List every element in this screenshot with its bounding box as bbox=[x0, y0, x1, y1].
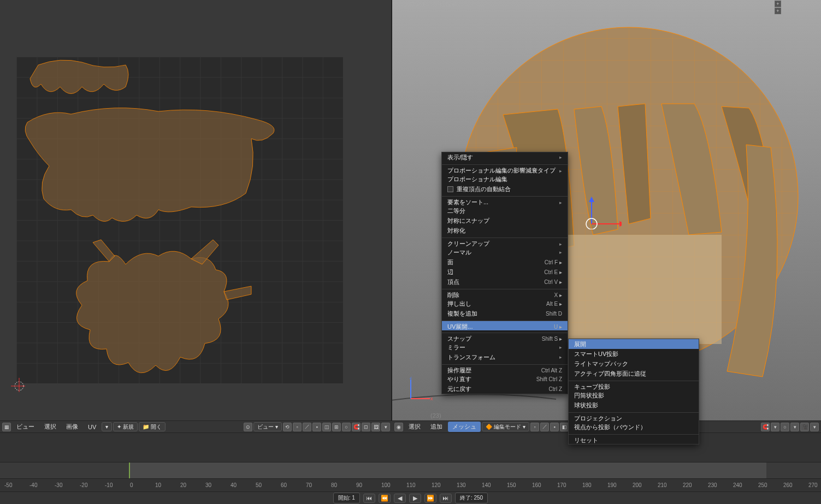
keyframe-prev-icon[interactable]: ⏪ bbox=[379, 494, 391, 503]
menu-item[interactable]: 要素をソート...▸ bbox=[442, 196, 568, 206]
menu-item[interactable]: ノーマル▸ bbox=[442, 247, 568, 257]
menu-item[interactable]: 削除X ▸ bbox=[442, 289, 568, 299]
jump-end-icon[interactable]: ⏭ bbox=[440, 494, 452, 503]
menu-item[interactable]: トランスフォーム▸ bbox=[442, 352, 568, 362]
submenu-item[interactable]: 円筒状投影 bbox=[569, 390, 699, 400]
editor-type-3d-icon[interactable]: ◉ bbox=[394, 423, 403, 431]
menu-item[interactable]: 元に戻すCtrl Z bbox=[442, 384, 568, 394]
timeline-tick: 100 bbox=[381, 482, 391, 488]
expand-toolshelf-icon[interactable]: + bbox=[775, 1, 781, 7]
shortcut-label: Ctrl Alt Z bbox=[541, 367, 562, 373]
channels-icon[interactable]: ▾ bbox=[381, 423, 390, 431]
end-frame-field[interactable]: 終了: 250 bbox=[455, 493, 488, 503]
start-frame-field[interactable]: 開始: 1 bbox=[333, 493, 360, 503]
snap-target-icon[interactable]: ⊡ bbox=[362, 423, 370, 431]
menu-uv[interactable]: UV bbox=[84, 423, 101, 431]
edge-select-icon[interactable]: ／ bbox=[540, 423, 549, 431]
menu-item[interactable]: 複製を追加Shift D bbox=[442, 309, 568, 318]
proportional-edit-icon[interactable]: ○ bbox=[342, 423, 351, 431]
3d-manipulator-icon[interactable] bbox=[578, 197, 622, 229]
menu-item[interactable]: 操作履歴Ctrl Alt Z bbox=[442, 364, 568, 374]
uv-unwrap-submenu[interactable]: 展開スマートUV投影ライトマップパックアクティブ四角形面に追従キューブ投影円筒状… bbox=[568, 339, 699, 444]
vertex-select-icon[interactable]: ▫ bbox=[530, 423, 539, 431]
sync-selection-icon[interactable]: ⟲ bbox=[283, 423, 292, 431]
timeline-footer[interactable]: 開始: 1 ⏮ ⏪ ◀ ▶ ⏩ ⏭ 終了: 250 bbox=[0, 491, 821, 504]
menu-item[interactable]: プロポーショナル編集 bbox=[442, 174, 568, 184]
snap-3d-icon[interactable]: 🧲 bbox=[761, 423, 770, 431]
uv-vertex-select-icon[interactable]: ▫ bbox=[293, 423, 302, 431]
timeline-playhead[interactable] bbox=[129, 463, 130, 478]
new-image-button[interactable]: ✦ 新規 bbox=[113, 422, 138, 431]
menu-item-label: 複製を追加 bbox=[447, 310, 477, 318]
pivot-icon[interactable]: ⊙ bbox=[244, 423, 252, 431]
expand-properties-icon[interactable]: + bbox=[775, 8, 781, 14]
uv-editor-header[interactable]: ▦ ビュー 選択 画像 UV ▾ ✦ 新規 📁 開く ⊙ ビュー ▾ ⟲ ▫ ／… bbox=[0, 420, 392, 433]
submenu-item[interactable]: リセット bbox=[569, 434, 699, 444]
timeline-tick: 160 bbox=[532, 482, 541, 488]
proportional-3d-icon[interactable]: ○ bbox=[781, 423, 789, 431]
menu-item[interactable]: 表示/隠す▸ bbox=[442, 152, 568, 162]
jump-start-icon[interactable]: ⏮ bbox=[363, 494, 375, 503]
limit-visible-icon[interactable]: ◧ bbox=[560, 423, 569, 431]
menu-item[interactable]: 押し出しAlt E ▸ bbox=[442, 299, 568, 309]
submenu-item-label: 球状投影 bbox=[574, 401, 598, 410]
snap-uv-icon[interactable]: 🧲 bbox=[352, 423, 361, 431]
mesh-context-menu[interactable]: 表示/隠す▸プロポーショナル編集の影響減衰タイプ▸プロポーショナル編集重複頂点の… bbox=[441, 152, 568, 394]
play-icon[interactable]: ▶ bbox=[409, 494, 421, 503]
menu-item[interactable]: UV展開...U ▸ bbox=[442, 321, 568, 330]
menu-select[interactable]: 選択 bbox=[40, 422, 61, 432]
uv-edge-select-icon[interactable]: ／ bbox=[303, 423, 311, 431]
submenu-item[interactable]: ライトマップパック bbox=[569, 359, 699, 369]
submenu-item[interactable]: プロジェクション bbox=[569, 412, 699, 422]
proportional-falloff-icon[interactable]: ▾ bbox=[790, 423, 799, 431]
submenu-item-label: 視点から投影（バウンド） bbox=[574, 423, 646, 431]
menu-item[interactable]: やり直すShift Ctrl Z bbox=[442, 374, 568, 384]
keyframe-next-icon[interactable]: ⏩ bbox=[424, 494, 436, 503]
mode-selector[interactable]: 🔶 編集モード ▾ bbox=[482, 422, 529, 431]
submenu-item[interactable]: 球状投影 bbox=[569, 400, 699, 410]
view-menu[interactable]: ビュー ▾ bbox=[253, 422, 282, 431]
menu-select-3d[interactable]: 選択 bbox=[404, 422, 425, 432]
submenu-item[interactable]: スマートUV投影 bbox=[569, 349, 699, 359]
render-slot-icon[interactable]: 🖼 bbox=[371, 423, 380, 431]
editor-type-icon[interactable]: ▦ bbox=[2, 423, 11, 431]
uv-canvas[interactable] bbox=[16, 57, 343, 383]
menu-item[interactable]: クリーンアップ▸ bbox=[442, 238, 568, 247]
opengl-anim-icon[interactable]: ▾ bbox=[810, 423, 819, 431]
uv-island-select-icon[interactable]: ◫ bbox=[322, 423, 331, 431]
submenu-item-label: キューブ投影 bbox=[574, 383, 610, 391]
menu-item[interactable]: 面Ctrl F ▸ bbox=[442, 257, 568, 267]
menu-view[interactable]: ビュー bbox=[12, 422, 39, 432]
opengl-render-icon[interactable]: 🎥 bbox=[800, 423, 809, 431]
timeline-panel[interactable] bbox=[0, 462, 821, 478]
menu-item[interactable]: 辺Ctrl E ▸ bbox=[442, 267, 568, 277]
sticky-select-icon[interactable]: ⊞ bbox=[332, 423, 341, 431]
menu-item-label: ミラー bbox=[447, 343, 465, 352]
submenu-item[interactable]: キューブ投影 bbox=[569, 381, 699, 390]
menu-add[interactable]: 追加 bbox=[426, 422, 447, 432]
menu-item[interactable]: プロポーショナル編集の影響減衰タイプ▸ bbox=[442, 164, 568, 174]
uv-face-select-icon[interactable]: ▪ bbox=[312, 423, 321, 431]
menu-mesh[interactable]: メッシュ bbox=[448, 422, 481, 432]
timeline-ruler[interactable]: -50-40-30-20-100102030405060708090100110… bbox=[0, 478, 821, 491]
menu-item[interactable]: 頂点Ctrl V ▸ bbox=[442, 277, 568, 287]
menu-item[interactable]: 重複頂点の自動結合 bbox=[442, 184, 568, 194]
menu-item[interactable]: 対称にスナップ bbox=[442, 216, 568, 226]
menu-item[interactable]: ミラー▸ bbox=[442, 342, 568, 352]
panel-collapse-tabs[interactable]: + + bbox=[775, 0, 790, 8]
submenu-item[interactable]: 視点から投影（バウンド） bbox=[569, 422, 699, 432]
open-image-button[interactable]: 📁 開く bbox=[139, 422, 166, 431]
submenu-item-label: プロジェクション bbox=[574, 414, 622, 423]
menu-item[interactable]: スナップShift S ▸ bbox=[442, 333, 568, 342]
menu-item[interactable]: 対称化 bbox=[442, 226, 568, 235]
menu-item-label: 元に戻す bbox=[447, 385, 471, 393]
image-selector[interactable]: ▾ bbox=[102, 422, 112, 431]
menu-item[interactable]: 二等分 bbox=[442, 206, 568, 216]
timeline-tick: -40 bbox=[29, 482, 37, 488]
submenu-item[interactable]: アクティブ四角形面に追従 bbox=[569, 369, 699, 378]
snap-element-icon[interactable]: ▾ bbox=[771, 423, 779, 431]
play-reverse-icon[interactable]: ◀ bbox=[394, 494, 406, 503]
submenu-item[interactable]: 展開 bbox=[569, 339, 699, 349]
face-select-icon[interactable]: ▪ bbox=[550, 423, 559, 431]
menu-image[interactable]: 画像 bbox=[62, 422, 82, 432]
